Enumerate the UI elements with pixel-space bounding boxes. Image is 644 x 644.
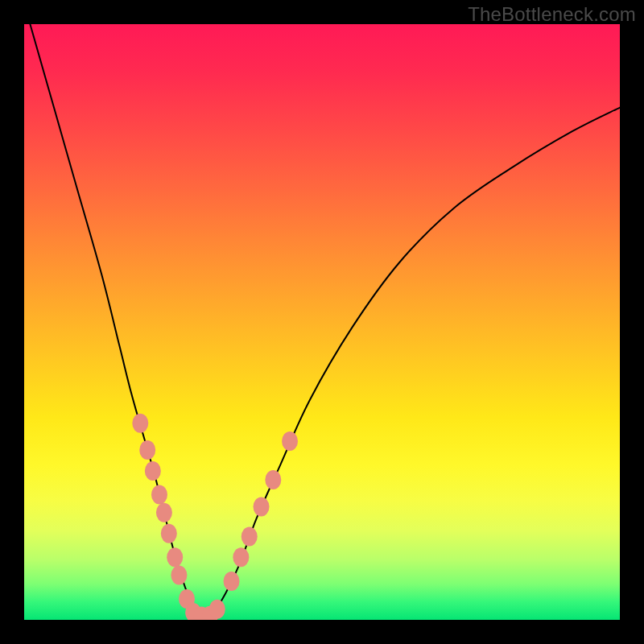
data-marker [151, 485, 167, 505]
data-marker [132, 414, 148, 433]
marker-group [132, 414, 298, 620]
data-marker [265, 470, 281, 489]
chart-overlay [24, 24, 620, 620]
data-marker [161, 524, 177, 543]
data-marker [254, 497, 270, 516]
data-marker [167, 547, 183, 567]
data-marker [242, 526, 258, 546]
chart-container: TheBottleneck.com [0, 0, 644, 644]
data-marker [145, 461, 161, 481]
data-marker [171, 566, 187, 585]
data-marker [139, 440, 155, 460]
data-marker [209, 600, 225, 619]
plot-area [24, 24, 620, 620]
watermark-text: TheBottleneck.com [468, 3, 636, 26]
data-marker [233, 547, 249, 567]
data-marker [282, 431, 298, 451]
data-marker [156, 503, 172, 522]
bottleneck-curve [30, 24, 620, 619]
data-marker [224, 572, 240, 591]
